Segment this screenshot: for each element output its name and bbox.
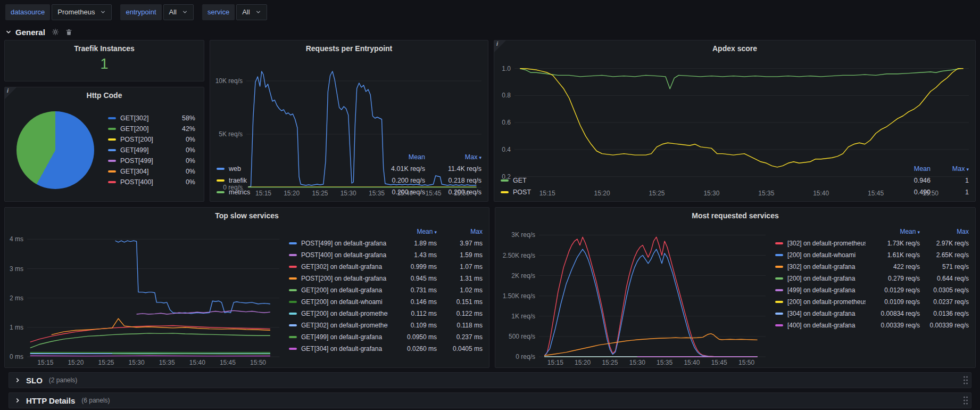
legend-series-row[interactable]: [302] on default-grafana422 req/s571 req… [775,261,969,273]
legend-series-row[interactable]: POST[400]0% [108,178,195,186]
legend-sort-mean[interactable]: Mean▾ [388,228,437,235]
panel-title[interactable]: Traefik Instances [5,40,204,56]
legend-header: MeanMax▾ [501,163,969,175]
series-color-marker [775,266,783,268]
series-percent: 58% [182,114,195,122]
legend-sort-mean[interactable]: Mean [883,165,931,173]
series-name: GET[302] [120,114,182,122]
legend-sort-mean[interactable]: Mean [366,153,425,161]
svg-text:500 req/s: 500 req/s [509,333,535,340]
legend-series-row[interactable]: GET0.9461 [501,175,969,186]
legend-series-row[interactable]: metrics0.200 req/s0.200 req/s [217,186,481,198]
legend-sort-max[interactable]: Max [920,228,969,235]
legend-series-row[interactable]: POST0.4901 [501,186,969,198]
chart-plot-area[interactable]: 0 ms1 ms2 ms3 ms4 ms15:1515:2015:2515:30… [5,224,286,367]
series-name: [200] on default-grafana [787,275,855,282]
svg-text:15:30: 15:30 [629,359,645,366]
legend-series-row[interactable]: [200] on default-whoami1.61K req/s2.65K … [775,249,969,261]
series-mean-value: 1.73K req/s [866,240,920,247]
row-panel-count: (6 panels) [81,397,110,404]
legend-sort-max[interactable]: Max▾ [931,165,969,173]
legend-sort-max[interactable]: Max [437,228,483,235]
series-name: POST [513,188,531,196]
series-max-value: 0.218 req/s [425,177,481,184]
panel-title[interactable]: Requests per Entrypoint [210,40,488,56]
variable-label-datasource: datasource [5,4,50,20]
info-glyph: i [496,40,498,47]
legend-series-row[interactable]: [302] on default-prometheus1.73K req/s2.… [775,237,969,249]
variable-picker-entrypoint[interactable]: All [163,4,194,20]
legend-series-row[interactable]: [400] on default-grafana0.00339 req/s0.0… [775,319,969,331]
legend-series-row[interactable]: GET[302] on default-grafana0.999 ms1.07 … [289,261,483,273]
legend-series-row[interactable]: web4.01K req/s11.4K req/s [217,163,481,175]
row-drag-handle[interactable] [962,375,968,386]
legend-series-row[interactable]: GET[200] on default-whoami0.146 ms0.151 … [289,296,483,308]
variable-label-service: service [202,4,235,20]
row-drag-handle[interactable] [962,395,968,406]
legend-series-row[interactable]: POST[200] on default-grafana0.945 ms1.31… [289,273,483,284]
series-max-value: 0.0237 req/s [920,298,969,306]
variable-value: All [169,8,177,16]
panel-most-requested-services: Most requested services 0 req/s500 req/s… [495,207,976,368]
panel-title[interactable]: Top slow services [5,208,489,224]
legend-series-row[interactable]: [200] on default-prometheus0.0109 req/s0… [775,296,969,308]
series-max-value: 0.118 ms [437,322,483,329]
series-color-marker [775,313,783,315]
apdex-chart[interactable]: 0.20.40.60.81.015:1515:2015:2515:3015:35… [494,56,975,163]
svg-text:15:15: 15:15 [547,359,563,366]
legend-sort-max[interactable]: Max▾ [425,153,481,161]
panel-title[interactable]: Most requested services [495,208,975,224]
series-max-value: 3.97 ms [437,240,483,247]
row-general-toggle[interactable]: General [5,28,45,37]
series-max-value: 571 req/s [920,263,969,270]
top-slow-chart[interactable]: 0 ms1 ms2 ms3 ms4 ms15:1515:2015:2515:30… [5,224,286,367]
legend-series-row[interactable]: [304] on default-grafana0.00834 req/s0.0… [775,308,969,319]
series-max-value: 2.65K req/s [920,251,969,259]
pie-chart[interactable] [16,111,94,189]
panel-http-code: i Http Code GET[302]58%GET[200]42%POST[2… [4,87,204,202]
legend-series-row[interactable]: GET[499] on default-grafana0.0950 ms0.23… [289,331,483,343]
legend-series-row[interactable]: [200] on default-grafana0.279 req/s0.644… [775,273,969,284]
legend-series-row[interactable]: traefik0.200 req/s0.218 req/s [217,175,481,186]
legend-series-row[interactable]: GET[304]0% [108,168,195,175]
most-requested-chart[interactable]: 0 req/s500 req/s1K req/s1.50K req/s2K re… [495,224,772,367]
row-settings-button[interactable] [52,28,59,36]
series-color-marker [289,266,297,268]
trash-icon [65,29,72,36]
legend-series-row[interactable]: GET[200] on default-grafana0.731 ms1.02 … [289,284,483,296]
legend-series-row[interactable]: GET[302]58% [108,114,195,122]
legend-series-row[interactable]: [499] on default-grafana0.0129 req/s0.03… [775,284,969,296]
legend-series-row[interactable]: GET[304] on default-grafana0.0260 ms0.04… [289,343,483,355]
variable-picker-service[interactable]: All [236,4,267,20]
legend-series-row[interactable]: POST[499] on default-grafana1.89 ms3.97 … [289,237,483,249]
panel-title[interactable]: Http Code [5,87,204,103]
series-name: GET[200] on default-prometheus [301,310,388,317]
series-mean-value: 1.61K req/s [866,251,920,259]
svg-text:15:30: 15:30 [129,359,145,366]
requests-chart[interactable]: 0 req/s5K req/s10K req/s15:1515:2015:251… [210,56,488,151]
legend-series-row[interactable]: POST[200]0% [108,136,195,143]
row-http-details[interactable]: HTTP Details (6 panels) [9,392,971,408]
legend-series-row[interactable]: GET[200] on default-prometheus0.112 ms0.… [289,308,483,319]
chart-plot-area[interactable]: 0 req/s500 req/s1K req/s1.50K req/s2K re… [495,224,772,367]
legend-series-row[interactable]: POST[499]0% [108,157,195,165]
legend-sort-mean[interactable]: Mean▾ [866,228,920,235]
panel-title[interactable]: Apdex score [494,40,975,56]
panel-info-icon[interactable]: i [494,40,506,52]
legend-series-row[interactable]: GET[499]0% [108,146,195,154]
panel-info-icon[interactable]: i [5,87,16,99]
row-slo[interactable]: SLO (2 panels) [9,372,971,388]
series-name: [304] on default-grafana [787,310,855,317]
legend-series-row[interactable]: GET[200]42% [108,125,195,133]
row-delete-button[interactable] [65,29,72,36]
chevron-down-icon [5,29,12,35]
legend-series-row[interactable]: GET[302] on default-prometheus0.109 ms0.… [289,319,483,331]
series-max-value: 0.237 ms [437,333,483,341]
legend-series-row[interactable]: POST[400] on default-grafana1.43 ms1.59 … [289,249,483,261]
variable-picker-datasource[interactable]: Prometheus [52,4,112,20]
series-name: GET[200] on default-grafana [301,286,382,294]
series-percent: 0% [186,136,195,143]
svg-text:15:40: 15:40 [684,359,700,366]
series-mean-value: 0.999 ms [388,263,437,270]
variable-value: All [242,8,250,16]
